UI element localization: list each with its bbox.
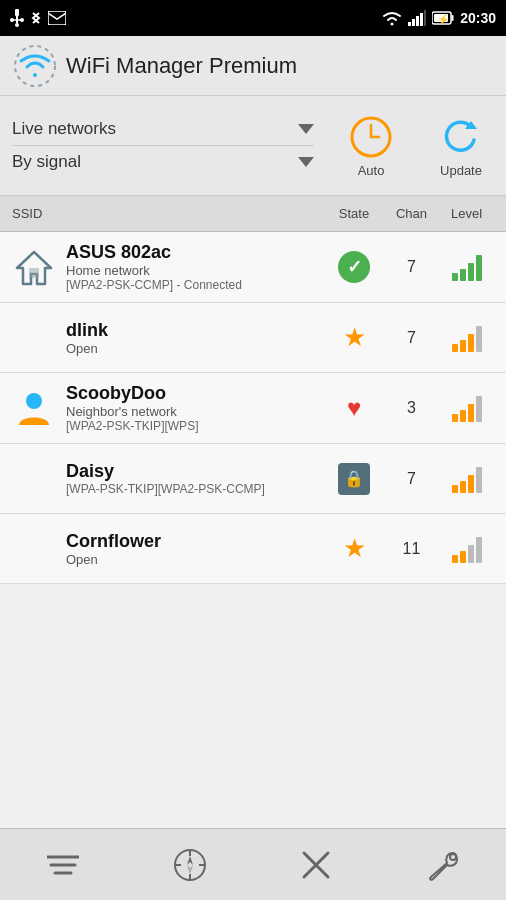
filter-actions: Auto Update bbox=[326, 96, 506, 195]
status-bar: ⚡ 20:30 bbox=[0, 0, 506, 36]
sort-filter-label: By signal bbox=[12, 152, 81, 172]
network-label: Open bbox=[66, 341, 324, 356]
signal-status-icon bbox=[408, 10, 426, 26]
update-label: Update bbox=[440, 163, 482, 178]
bottom-nav bbox=[0, 828, 506, 900]
filter-controls: Live networks By signal bbox=[0, 96, 326, 195]
network-label: Home network bbox=[66, 263, 324, 278]
signal-bars bbox=[452, 253, 482, 281]
svg-rect-0 bbox=[15, 9, 19, 16]
network-label: Open bbox=[66, 552, 324, 567]
network-icon bbox=[12, 527, 56, 571]
sort-filter-arrow bbox=[298, 157, 314, 167]
signal-bar bbox=[452, 485, 458, 493]
refresh-icon bbox=[437, 113, 485, 161]
svg-point-5 bbox=[15, 23, 19, 27]
svg-point-36 bbox=[450, 854, 456, 860]
network-channel: 7 bbox=[384, 470, 439, 488]
network-icon bbox=[12, 245, 56, 289]
update-button[interactable]: Update bbox=[416, 96, 506, 195]
app-bar: WiFi Manager Premium bbox=[0, 36, 506, 96]
auto-button[interactable]: Auto bbox=[326, 96, 416, 195]
signal-bar bbox=[476, 537, 482, 563]
signal-bars bbox=[452, 394, 482, 422]
star-icon: ★ bbox=[343, 533, 366, 564]
network-info: dlinkOpen bbox=[66, 320, 324, 356]
lock-icon: 🔒 bbox=[338, 463, 370, 495]
signal-bar bbox=[452, 273, 458, 281]
svg-rect-13 bbox=[452, 15, 454, 21]
network-channel: 11 bbox=[384, 540, 439, 558]
network-channel: 7 bbox=[384, 258, 439, 276]
network-row[interactable]: ASUS 802acHome network[WPA2-PSK-CCMP] - … bbox=[0, 232, 506, 303]
settings-nav-button[interactable] bbox=[413, 835, 473, 895]
network-name: Daisy bbox=[66, 461, 324, 482]
svg-rect-6 bbox=[48, 11, 66, 25]
network-filter-arrow bbox=[298, 124, 314, 134]
usb-icon bbox=[10, 9, 24, 27]
svg-point-3 bbox=[10, 18, 14, 22]
network-filter-label: Live networks bbox=[12, 119, 116, 139]
svg-rect-11 bbox=[424, 10, 426, 26]
compass-nav-button[interactable] bbox=[160, 835, 220, 895]
svg-point-23 bbox=[26, 393, 42, 409]
signal-bar bbox=[476, 326, 482, 352]
signal-bar bbox=[452, 555, 458, 563]
network-level bbox=[439, 465, 494, 493]
network-row[interactable]: dlinkOpen★7 bbox=[0, 303, 506, 373]
signal-bar bbox=[468, 545, 474, 563]
svg-rect-10 bbox=[420, 13, 423, 26]
person-icon bbox=[15, 389, 53, 427]
signal-bar bbox=[476, 396, 482, 422]
network-level bbox=[439, 324, 494, 352]
gmail-icon bbox=[48, 11, 66, 25]
network-row[interactable]: ScoobyDooNeighbor's network[WPA2-PSK-TKI… bbox=[0, 373, 506, 444]
network-info: CornflowerOpen bbox=[66, 531, 324, 567]
status-icons-left bbox=[10, 9, 66, 27]
svg-point-4 bbox=[20, 18, 24, 22]
signal-bars bbox=[452, 324, 482, 352]
app-title: WiFi Manager Premium bbox=[66, 53, 297, 79]
col-header-state: State bbox=[324, 206, 384, 221]
svg-marker-33 bbox=[187, 865, 193, 874]
sort-filter-button[interactable]: By signal bbox=[12, 146, 314, 178]
network-security: [WPA-PSK-TKIP][WPA2-PSK-CCMP] bbox=[66, 482, 324, 496]
check-icon: ✓ bbox=[338, 251, 370, 283]
svg-rect-7 bbox=[408, 22, 411, 26]
filter-nav-button[interactable] bbox=[33, 835, 93, 895]
network-security: [WPA2-PSK-CCMP] - Connected bbox=[66, 278, 324, 292]
network-row[interactable]: Daisy[WPA-PSK-TKIP][WPA2-PSK-CCMP]🔒7 bbox=[0, 444, 506, 514]
bluetooth-icon bbox=[30, 9, 42, 27]
signal-bar bbox=[460, 410, 466, 422]
col-header-ssid: SSID bbox=[12, 206, 324, 221]
network-name: ASUS 802ac bbox=[66, 242, 324, 263]
network-row[interactable]: CornflowerOpen★11 bbox=[0, 514, 506, 584]
network-level bbox=[439, 394, 494, 422]
battery-status-icon: ⚡ bbox=[432, 11, 454, 25]
x-icon bbox=[301, 850, 331, 880]
network-label: Neighbor's network bbox=[66, 404, 324, 419]
auto-label: Auto bbox=[358, 163, 385, 178]
signal-bar bbox=[476, 255, 482, 281]
network-info: ScoobyDooNeighbor's network[WPA2-PSK-TKI… bbox=[66, 383, 324, 433]
filter-lines-icon bbox=[47, 851, 79, 879]
network-state: ✓ bbox=[324, 251, 384, 283]
network-name: Cornflower bbox=[66, 531, 324, 552]
svg-point-16 bbox=[15, 46, 55, 86]
heart-icon: ♥ bbox=[347, 394, 361, 422]
status-icons-right: ⚡ 20:30 bbox=[382, 10, 496, 26]
close-nav-button[interactable] bbox=[286, 835, 346, 895]
signal-bar bbox=[460, 551, 466, 563]
network-state: 🔒 bbox=[324, 463, 384, 495]
network-state: ★ bbox=[324, 533, 384, 564]
svg-rect-22 bbox=[29, 268, 39, 278]
col-header-level: Level bbox=[439, 206, 494, 221]
signal-bar bbox=[460, 269, 466, 281]
signal-bar bbox=[460, 340, 466, 352]
network-info: ASUS 802acHome network[WPA2-PSK-CCMP] - … bbox=[66, 242, 324, 292]
network-info: Daisy[WPA-PSK-TKIP][WPA2-PSK-CCMP] bbox=[66, 461, 324, 496]
home-icon bbox=[15, 248, 53, 286]
status-time: 20:30 bbox=[460, 10, 496, 26]
network-filter-button[interactable]: Live networks bbox=[12, 113, 314, 145]
svg-rect-8 bbox=[412, 19, 415, 26]
